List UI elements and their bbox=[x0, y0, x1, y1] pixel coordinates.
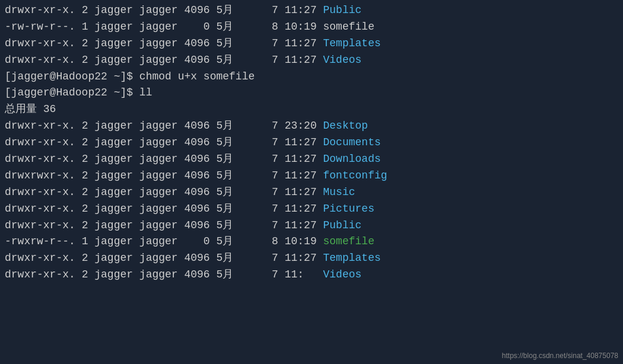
terminal-text: 5月 bbox=[216, 186, 233, 198]
terminal-text: drwxr-xr-x. bbox=[5, 153, 75, 165]
terminal-text: 1 jagger jagger 0 bbox=[75, 235, 217, 247]
terminal-text: drwxr-xr-x. bbox=[5, 203, 75, 215]
terminal-text: drwxr-xr-x. bbox=[5, 54, 75, 66]
terminal-text: drwxr-xr-x. bbox=[5, 269, 75, 280]
terminal-text: 5月 bbox=[216, 136, 233, 148]
terminal-text: 7 11:27 bbox=[233, 37, 323, 49]
terminal-text: somefile bbox=[323, 235, 374, 247]
terminal-line: drwxr-xr-x. 2 jagger jagger 4096 5月 7 11… bbox=[5, 2, 618, 19]
terminal-text: 5月 bbox=[216, 54, 233, 66]
terminal-text: drwxr-xr-x. bbox=[5, 136, 75, 148]
terminal-line: drwxr-xr-x. 2 jagger jagger 4096 5月 7 11… bbox=[5, 201, 618, 218]
terminal-text: 2 jagger jagger 4096 bbox=[75, 37, 217, 49]
terminal-text: 5月 bbox=[216, 21, 233, 33]
terminal-text: 7 11:27 bbox=[233, 170, 323, 181]
terminal-text: Templates bbox=[323, 37, 381, 49]
terminal-text: 5月 bbox=[216, 4, 233, 16]
terminal-text: 5月 bbox=[216, 153, 233, 165]
terminal-line: -rw-rw-r--. 1 jagger jagger 0 5月 8 10:19… bbox=[5, 19, 618, 36]
terminal-line: drwxr-xr-x. 2 jagger jagger 4096 5月 7 11… bbox=[5, 36, 618, 52]
terminal-line: drwxr-xr-x. 2 jagger jagger 4096 5月 7 11… bbox=[5, 267, 618, 283]
terminal-text: -rwxrw-r--. bbox=[5, 235, 75, 247]
watermark: https://blog.csdn.net/sinat_40875078 bbox=[502, 350, 618, 362]
terminal-text: drwxr-xr-x. bbox=[5, 120, 75, 132]
terminal-line: [jagger@Hadoop22 ~]$ ll bbox=[5, 85, 618, 101]
terminal-text: 7 11:27 bbox=[233, 4, 323, 16]
terminal-text: Music bbox=[323, 186, 355, 198]
terminal-text: drwxr-xr-x. bbox=[5, 219, 75, 231]
terminal-line: drwxr-xr-x. 2 jagger jagger 4096 5月 7 11… bbox=[5, 52, 618, 69]
terminal-text: 2 jagger jagger 4096 bbox=[75, 186, 217, 198]
terminal-text: -rw-rw-r--. bbox=[5, 21, 75, 33]
terminal-text: 7 11:27 bbox=[233, 186, 323, 198]
terminal-text: 5月 bbox=[216, 170, 233, 181]
terminal-text: Pictures bbox=[323, 203, 374, 215]
terminal-text: 7 11:27 bbox=[233, 252, 323, 264]
terminal-line: 总用量 36 bbox=[5, 101, 618, 118]
terminal-text: Downloads bbox=[323, 153, 381, 165]
terminal-line: [jagger@Hadoop22 ~]$ chmod u+x somefile bbox=[5, 69, 618, 85]
terminal-text: 7 11:27 bbox=[233, 136, 323, 148]
terminal-line: -rwxrw-r--. 1 jagger jagger 0 5月 8 10:19… bbox=[5, 234, 618, 250]
terminal-text: fontconfig bbox=[323, 170, 387, 181]
terminal-text: 5月 bbox=[216, 120, 233, 132]
terminal-text: Documents bbox=[323, 136, 381, 148]
terminal-text: 2 jagger jagger 4096 bbox=[75, 153, 217, 165]
terminal-line: drwxr-xr-x. 2 jagger jagger 4096 5月 7 23… bbox=[5, 118, 618, 135]
terminal-line: drwxr-xr-x. 2 jagger jagger 4096 5月 7 11… bbox=[5, 250, 618, 267]
terminal-text: Desktop bbox=[323, 120, 368, 132]
terminal-text: 2 jagger jagger 4096 bbox=[75, 4, 217, 16]
terminal-text: Templates bbox=[323, 252, 381, 264]
terminal-line: drwxr-xr-x. 2 jagger jagger 4096 5月 7 11… bbox=[5, 151, 618, 168]
terminal-line: drwxr-xr-x. 2 jagger jagger 4096 5月 7 11… bbox=[5, 218, 618, 234]
terminal-text: drwxr-xr-x. bbox=[5, 4, 75, 16]
terminal-text: 2 jagger jagger 4096 bbox=[75, 203, 217, 215]
terminal-text: 2 jagger jagger 4096 bbox=[75, 54, 217, 66]
terminal-text: somefile bbox=[323, 21, 374, 33]
terminal-text: 7 11: bbox=[233, 269, 323, 280]
terminal-text: [jagger@Hadoop22 ~]$ ll bbox=[5, 87, 152, 98]
terminal-text: Videos bbox=[323, 269, 362, 280]
terminal-line: drwxr-xr-x. 2 jagger jagger 4096 5月 7 11… bbox=[5, 184, 618, 201]
terminal-text: 5月 bbox=[216, 37, 233, 49]
terminal-text: 5月 bbox=[216, 235, 233, 247]
terminal-text: 5月 bbox=[216, 269, 233, 280]
terminal-text: 7 11:27 bbox=[233, 54, 323, 66]
terminal-text: 总用量 36 bbox=[5, 103, 56, 115]
terminal-text: 5月 bbox=[216, 203, 233, 215]
terminal-window: drwxr-xr-x. 2 jagger jagger 4096 5月 7 11… bbox=[0, 0, 623, 364]
terminal-text: 1 jagger jagger 0 bbox=[75, 21, 217, 33]
terminal-line: drwxr-xr-x. 2 jagger jagger 4096 5月 7 11… bbox=[5, 135, 618, 151]
terminal-text: 8 10:19 bbox=[233, 21, 323, 33]
terminal-text: 2 jagger jagger 4096 bbox=[75, 269, 217, 280]
terminal-text: drwxr-xr-x. bbox=[5, 186, 75, 198]
terminal-text: [jagger@Hadoop22 ~]$ chmod u+x somefile bbox=[5, 71, 255, 82]
terminal-text: 2 jagger jagger 4096 bbox=[75, 219, 217, 231]
terminal-text: 5月 bbox=[216, 219, 233, 231]
terminal-text: drwxr-xr-x. bbox=[5, 37, 75, 49]
terminal-text: drwxrwxr-x. bbox=[5, 170, 75, 181]
terminal-line: drwxrwxr-x. 2 jagger jagger 4096 5月 7 11… bbox=[5, 168, 618, 184]
terminal-text: Public bbox=[323, 219, 362, 231]
terminal-text: 5月 bbox=[216, 252, 233, 264]
terminal-text: 2 jagger jagger 4096 bbox=[75, 252, 217, 264]
terminal-text: 2 jagger jagger 4096 bbox=[75, 136, 217, 148]
terminal-text: 7 11:27 bbox=[233, 203, 323, 215]
terminal-text: 8 10:19 bbox=[233, 235, 323, 247]
terminal-text: 7 11:27 bbox=[233, 219, 323, 231]
terminal-text: Videos bbox=[323, 54, 362, 66]
terminal-text: 2 jagger jagger 4096 bbox=[75, 120, 217, 132]
terminal-text: 7 11:27 bbox=[233, 153, 323, 165]
terminal-text: drwxr-xr-x. bbox=[5, 252, 75, 264]
terminal-text: 2 jagger jagger 4096 bbox=[75, 170, 217, 181]
terminal-text: 7 23:20 bbox=[233, 120, 323, 132]
terminal-text: Public bbox=[323, 4, 362, 16]
